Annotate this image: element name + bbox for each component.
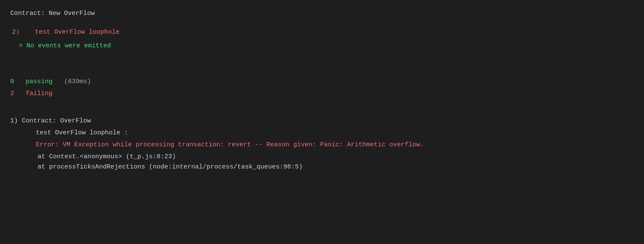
failure1-stack1: at Context.<anonymous> (t_p.js:8:23) (10, 152, 634, 162)
test-number: 2) (12, 29, 20, 36)
failing-label: failing (26, 90, 52, 97)
passing-count: 0 (10, 78, 14, 85)
failing-count: 2 (10, 90, 14, 97)
test-label: test OverFlow loophole (35, 29, 119, 36)
failure1-error: Error: VM Exception while processing tra… (10, 140, 634, 150)
failure1-stack2: at processTicksAndRejections (node:inter… (10, 162, 634, 172)
passing-ms: (639ms) (64, 78, 91, 85)
terminal-output: Contract: New OverFlow 2) test OverFlow … (10, 9, 634, 172)
no-events-line: > No events were emitted (10, 41, 634, 51)
test-item: 2) test OverFlow loophole (10, 27, 634, 38)
failure1-test-name: test OverFlow loophole : (10, 128, 634, 138)
failure1-header: 1) Contract: OverFlow (10, 116, 634, 126)
contract-title: Contract: New OverFlow (10, 9, 634, 19)
passing-label: passing (26, 78, 52, 85)
failing-line: 2 failing (10, 89, 634, 99)
